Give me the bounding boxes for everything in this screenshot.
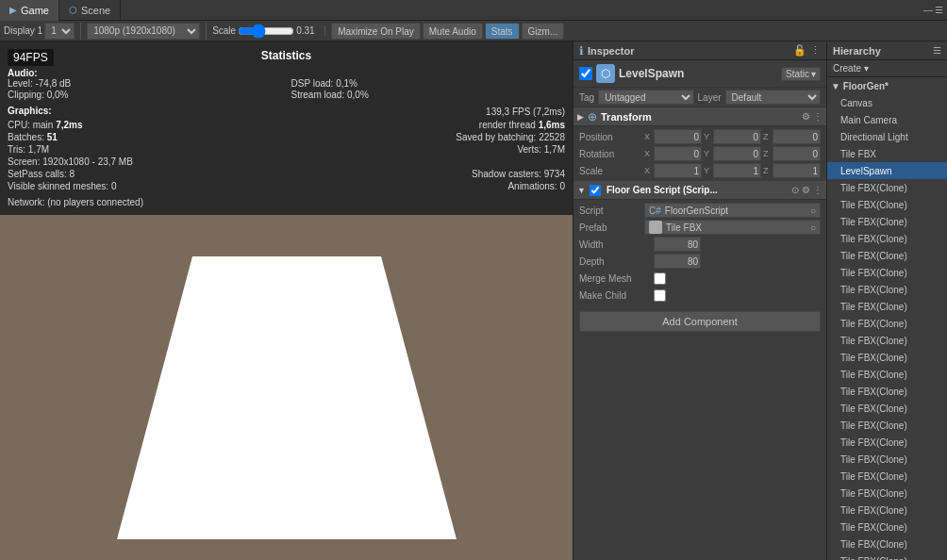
- add-component-button[interactable]: Add Component: [579, 311, 821, 332]
- resolution-select[interactable]: 1080p (1920x1080): [87, 23, 200, 40]
- hierarchy-item-clone-19[interactable]: Tile FBX(Clone): [827, 485, 947, 502]
- static-badge[interactable]: Static ▾: [781, 67, 821, 81]
- hierarchy-item-clone-23[interactable]: Tile FBX(Clone): [827, 552, 947, 560]
- script-value-box: C# FloorGenScript ○: [644, 203, 821, 218]
- width-input[interactable]: [654, 237, 701, 252]
- position-y-input[interactable]: [713, 129, 761, 144]
- hierarchy-item-main-camera[interactable]: Main Camera: [827, 111, 947, 128]
- transform-settings-icon[interactable]: ⚙: [802, 111, 810, 122]
- menu-dots[interactable]: ⋮: [810, 44, 821, 57]
- hierarchy-item-clone-7[interactable]: Tile FBX(Clone): [827, 281, 947, 298]
- hierarchy-item-clone-22[interactable]: Tile FBX(Clone): [827, 535, 947, 552]
- toolbar: Display 1 1 1080p (1920x1080) Scale 0.31…: [0, 21, 947, 41]
- clipping-row: Clipping: 0,0%: [8, 90, 282, 100]
- inspector-body: ⬡ LevelSpawn Static ▾ Tag Untagged Layer…: [573, 60, 826, 560]
- scale-slider[interactable]: [238, 26, 294, 36]
- screen-row: Screen: 1920x1080 - 23,7 MB: [8, 156, 565, 167]
- floorgen-menu-icon[interactable]: ⋮: [813, 185, 822, 195]
- lock-icon[interactable]: 🔓: [793, 44, 806, 57]
- hierarchy-item-tile-fbx[interactable]: Tile FBX: [827, 145, 947, 162]
- menu-icon[interactable]: ☰: [935, 5, 943, 15]
- hierarchy-item-clone-12[interactable]: Tile FBX(Clone): [827, 366, 947, 383]
- scale-y-input[interactable]: [713, 163, 761, 178]
- floorgen-target-icon[interactable]: ⊙: [791, 185, 799, 195]
- scale-x-input[interactable]: [654, 163, 702, 178]
- collapse-icon[interactable]: —: [923, 5, 933, 15]
- batches-row: Batches: 51 Saved by batching: 22528: [8, 132, 565, 142]
- create-button[interactable]: Create ▾: [833, 63, 869, 74]
- rotation-x-input[interactable]: [654, 146, 702, 161]
- position-xyz: X Y Z: [644, 129, 821, 144]
- prefab-label: Prefab: [579, 222, 640, 233]
- scale-xyz: X Y Z: [644, 163, 821, 178]
- hierarchy-item-canvas[interactable]: Canvas: [827, 94, 947, 111]
- hierarchy-item-clone-10[interactable]: Tile FBX(Clone): [827, 332, 947, 349]
- scene-object: [117, 256, 457, 541]
- prefab-circle-icon[interactable]: ○: [810, 222, 816, 233]
- rotation-z-input[interactable]: [773, 146, 821, 161]
- tag-select[interactable]: Untagged: [598, 90, 693, 105]
- merge-mesh-checkbox[interactable]: [654, 272, 666, 285]
- hierarchy-item-clone-9[interactable]: Tile FBX(Clone): [827, 315, 947, 332]
- hierarchy-item-clone-18[interactable]: Tile FBX(Clone): [827, 468, 947, 485]
- position-z-input[interactable]: [773, 129, 821, 144]
- hierarchy-item-clone-11[interactable]: Tile FBX(Clone): [827, 349, 947, 366]
- transform-menu-icon[interactable]: ⋮: [813, 111, 822, 122]
- hierarchy-item-clone-8[interactable]: Tile FBX(Clone): [827, 298, 947, 315]
- position-row: Position X Y Z: [573, 128, 826, 145]
- transform-component-header[interactable]: ▶ ⊕ Transform ⚙ ⋮: [573, 107, 826, 126]
- anim-value: 0: [559, 181, 565, 191]
- floorgen-active-checkbox[interactable]: [590, 185, 601, 196]
- hierarchy-item-floorgen[interactable]: ▼ FloorGen*: [827, 77, 947, 94]
- hierarchy-item-clone-15[interactable]: Tile FBX(Clone): [827, 417, 947, 434]
- transform-icon: ⊕: [588, 110, 597, 124]
- scale-z-input[interactable]: [773, 163, 821, 178]
- make-child-checkbox[interactable]: [654, 289, 666, 302]
- hierarchy-item-clone-2[interactable]: Tile FBX(Clone): [827, 196, 947, 213]
- skinned-value: 0: [111, 181, 117, 191]
- hierarchy-item-clone-5[interactable]: Tile FBX(Clone): [827, 247, 947, 264]
- hierarchy-item-clone-17[interactable]: Tile FBX(Clone): [827, 451, 947, 468]
- inspector-header: ℹ Inspector 🔓 ⋮: [573, 41, 826, 60]
- mute-btn[interactable]: Mute Audio: [423, 23, 483, 40]
- hierarchy-item-clone-4[interactable]: Tile FBX(Clone): [827, 230, 947, 247]
- hierarchy-item-clone-3[interactable]: Tile FBX(Clone): [827, 213, 947, 230]
- scale-z-item: Z: [763, 163, 821, 178]
- object-active-checkbox[interactable]: [579, 67, 592, 80]
- depth-input[interactable]: [654, 254, 701, 269]
- level-value: -74,8 dB: [35, 78, 71, 89]
- floorgen-component-header[interactable]: ▼ Floor Gen Script (Scrip... ⊙ ⚙ ⋮: [573, 181, 826, 200]
- transform-arrow: ▶: [577, 112, 584, 122]
- hierarchy-item-clone-6[interactable]: Tile FBX(Clone): [827, 264, 947, 281]
- tab-scene[interactable]: ⬡ Scene: [59, 0, 121, 21]
- scale-value: 0.31: [296, 25, 319, 36]
- maximize-btn[interactable]: Maximize On Play: [331, 23, 421, 40]
- hierarchy-menu-icon[interactable]: ☰: [933, 45, 941, 56]
- game-viewport[interactable]: Statistics Audio: Level: -74,8 dB DSP lo…: [0, 41, 573, 560]
- hierarchy-item-clone-14[interactable]: Tile FBX(Clone): [827, 400, 947, 417]
- hierarchy-title: Hierarchy: [833, 45, 929, 57]
- tab-game[interactable]: ▶ Game: [0, 0, 59, 21]
- gizmos-btn[interactable]: Gizm...: [522, 23, 565, 40]
- hierarchy-item-levelspawn[interactable]: LevelSpawn: [827, 162, 947, 179]
- depth-label: Depth: [579, 256, 650, 267]
- floorgen-title: Floor Gen Script (Scrip...: [606, 185, 788, 195]
- position-label: Position: [579, 132, 640, 142]
- script-circle-icon[interactable]: ○: [810, 206, 816, 216]
- setpass-row: SetPass calls: 8 Shadow casters: 9734: [8, 169, 565, 179]
- merge-mesh-label: Merge Mesh: [579, 273, 650, 284]
- hierarchy-item-clone-13[interactable]: Tile FBX(Clone): [827, 383, 947, 400]
- network-row: Network: (no players connected): [8, 197, 565, 207]
- display-select[interactable]: 1: [44, 23, 75, 40]
- position-x-input[interactable]: [654, 129, 702, 144]
- scene-icon: ⬡: [69, 0, 77, 21]
- hierarchy-item-clone-1[interactable]: Tile FBX(Clone): [827, 179, 947, 196]
- hierarchy-item-clone-20[interactable]: Tile FBX(Clone): [827, 502, 947, 519]
- hierarchy-item-clone-21[interactable]: Tile FBX(Clone): [827, 519, 947, 535]
- stats-btn[interactable]: Stats: [485, 23, 520, 40]
- layer-select[interactable]: Default: [725, 90, 821, 105]
- hierarchy-item-directional-light[interactable]: Directional Light: [827, 128, 947, 145]
- rotation-y-input[interactable]: [713, 146, 761, 161]
- floorgen-settings-icon[interactable]: ⚙: [802, 185, 810, 195]
- hierarchy-item-clone-16[interactable]: Tile FBX(Clone): [827, 434, 947, 451]
